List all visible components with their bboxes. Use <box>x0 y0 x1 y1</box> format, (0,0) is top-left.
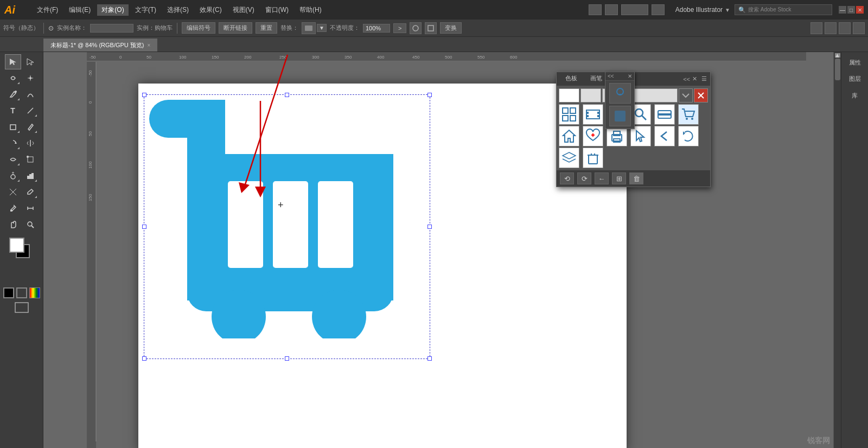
gradient-box[interactable] <box>29 287 40 298</box>
svg-point-3 <box>15 91 17 93</box>
symbol-footer-btn5[interactable]: 🗑 <box>629 172 643 184</box>
menu-item-window[interactable]: 窗口(W) <box>261 4 293 16</box>
close-button[interactable]: ✕ <box>856 6 864 14</box>
symbol-footer-btn2[interactable]: ⟳ <box>577 172 591 184</box>
properties-panel-btn[interactable]: 属性 <box>845 56 865 68</box>
fill-box[interactable] <box>3 287 14 298</box>
foreground-color[interactable] <box>9 238 24 253</box>
break-link-button[interactable]: 断开链接 <box>219 22 252 34</box>
align-btn1[interactable] <box>810 22 822 34</box>
graph-tool[interactable] <box>22 168 39 183</box>
panel-close-btn[interactable]: ✕ <box>692 75 697 82</box>
tool-row-8 <box>5 168 39 183</box>
symbol-cart-icon[interactable] <box>678 104 699 125</box>
tab-brush[interactable]: 画笔 <box>585 73 608 85</box>
instance-name-input[interactable] <box>90 24 133 33</box>
free-transform-tool[interactable] <box>22 152 39 167</box>
eraser-tool[interactable] <box>22 184 39 200</box>
screen-mode-btn[interactable] <box>14 302 29 315</box>
reset-button[interactable]: 重置 <box>256 22 277 34</box>
svg-rect-89 <box>615 111 626 121</box>
opacity-more-button[interactable]: > <box>393 23 406 33</box>
menu-item-view[interactable]: 视图(V) <box>228 4 259 16</box>
tab-close-button[interactable]: × <box>148 42 151 48</box>
menu-item-edit[interactable]: 编辑(E) <box>65 4 95 16</box>
symbol-card-icon[interactable] <box>654 104 675 125</box>
menu-item-object[interactable]: 对象(O) <box>97 4 128 16</box>
pen-tool[interactable] <box>5 87 21 102</box>
curvature-tool[interactable] <box>22 87 39 102</box>
panel-expand-btn[interactable]: << <box>683 75 690 82</box>
minimize-button[interactable]: — <box>839 6 846 14</box>
svg-rect-65 <box>586 112 589 114</box>
symbol-house-icon[interactable] <box>559 126 579 146</box>
symbol-ctrl-blank[interactable] <box>559 88 579 103</box>
edit-symbol-button[interactable]: 编辑符号 <box>182 22 215 34</box>
symbol-trash-icon[interactable] <box>583 148 603 168</box>
pencil-tool[interactable] <box>22 119 39 135</box>
align-btn3[interactable] <box>839 22 851 34</box>
symbol-footer-btn4[interactable]: ⊞ <box>612 172 626 184</box>
symbol-arrow-left-icon[interactable] <box>654 126 675 146</box>
symbol-refresh-icon[interactable] <box>678 126 699 146</box>
cart-symbol[interactable] <box>144 89 420 338</box>
magic-wand-tool[interactable] <box>22 71 39 86</box>
menu-item-type[interactable]: 文字(T) <box>131 4 161 16</box>
svg-text:150: 150 <box>88 194 93 201</box>
symbol-sprayer-tool[interactable] <box>5 168 21 183</box>
align-btn2[interactable] <box>825 22 837 34</box>
symbol-grid-icon[interactable] <box>559 104 579 125</box>
selection-tool[interactable] <box>5 54 21 69</box>
hand-tool[interactable] <box>5 217 21 232</box>
mini-panel-close[interactable]: ✕ <box>628 73 632 79</box>
symbol-dropdown-btn[interactable] <box>679 88 693 103</box>
symbol-heart-plus-icon[interactable] <box>583 126 603 146</box>
menu-item-select[interactable]: 选择(S) <box>163 4 193 16</box>
line-tool[interactable] <box>22 103 39 118</box>
align-btn4[interactable] <box>853 22 865 34</box>
library-panel-btn[interactable]: 库 <box>845 89 865 101</box>
document-tab[interactable]: 未标题-1* @ 84% (RGB/GPU 预览) × <box>43 39 157 52</box>
tool-row-9 <box>5 184 39 200</box>
symbol-footer-btn3[interactable]: ← <box>595 172 609 184</box>
symbol-film-icon[interactable] <box>583 104 603 125</box>
symbol-layers-icon[interactable] <box>559 148 579 168</box>
panel-menu-btn[interactable]: ☰ <box>701 75 707 82</box>
warp-tool[interactable] <box>5 152 21 167</box>
search-area[interactable]: 🔍 搜索 Adobe Stock <box>735 4 832 15</box>
eyedropper-tool[interactable] <box>5 201 21 216</box>
mini-fill-btn[interactable] <box>609 106 631 126</box>
symbol-ctrl-grey[interactable] <box>580 88 601 103</box>
tab-color-swatch[interactable]: 色板 <box>560 73 583 85</box>
svg-rect-50 <box>273 181 308 268</box>
mirror-tool[interactable] <box>22 136 39 151</box>
scroll-up-btn[interactable]: ▲ <box>835 53 840 57</box>
symbol-footer-btn1[interactable]: ⟲ <box>560 172 574 184</box>
type-tool[interactable]: T <box>5 103 21 118</box>
direct-select-tool[interactable] <box>22 54 39 69</box>
icon-btn1[interactable] <box>410 22 422 34</box>
layers-panel-btn[interactable]: 图层 <box>845 73 865 85</box>
lasso-tool[interactable] <box>5 71 21 86</box>
rotate-tool[interactable] <box>5 136 21 151</box>
slice-tool[interactable] <box>5 184 21 200</box>
mini-panel-expand[interactable]: << <box>608 73 614 79</box>
restore-button[interactable]: □ <box>847 6 855 14</box>
replace-select[interactable] <box>302 22 316 34</box>
menu-item-help[interactable]: 帮助(H) <box>295 4 326 16</box>
stroke-box[interactable] <box>16 287 27 298</box>
vertical-scrollbar[interactable]: ▲ <box>833 52 841 448</box>
measure-tool[interactable] <box>22 201 39 216</box>
zoom-view-tool[interactable] <box>22 217 39 232</box>
symbol-remove-btn[interactable] <box>694 88 708 103</box>
icon-btn2[interactable] <box>425 22 437 34</box>
replace-dropdown[interactable]: ▼ <box>317 24 327 32</box>
scroll-thumb[interactable] <box>835 59 840 80</box>
menu-item-file[interactable]: 文件(F) <box>33 4 62 16</box>
opacity-input[interactable] <box>363 24 390 33</box>
menu-item-effect[interactable]: 效果(C) <box>195 4 226 16</box>
rect-tool[interactable] <box>5 119 21 135</box>
transform-button[interactable]: 变换 <box>440 22 462 34</box>
mini-paint-btn[interactable] <box>609 83 631 104</box>
svg-point-70 <box>635 109 643 117</box>
